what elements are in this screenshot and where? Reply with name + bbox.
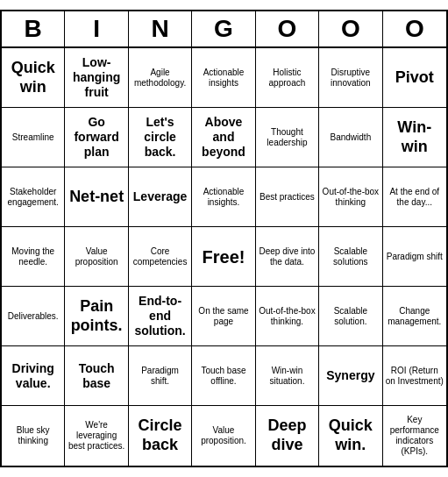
bingo-cell: Leverage — [129, 167, 192, 227]
bingo-cell: Disruptive innovation — [319, 48, 382, 108]
bingo-cell: Change management. — [383, 287, 446, 346]
bingo-cell: Value proposition. — [192, 406, 255, 466]
header-letter: G — [192, 11, 255, 46]
bingo-cell: Go forward plan — [65, 108, 128, 167]
bingo-cell: Moving the needle. — [2, 227, 65, 287]
bingo-cell: Stakeholder engagement. — [2, 167, 65, 227]
bingo-cell: Touch base offline. — [192, 346, 255, 406]
bingo-cell: Pain points. — [65, 287, 128, 346]
bingo-cell: Blue sky thinking — [2, 406, 65, 466]
bingo-cell: Synergy — [319, 346, 382, 406]
bingo-cell: Value proposition — [65, 227, 128, 287]
header-letter: O — [256, 11, 319, 46]
bingo-cell: Holistic approach — [256, 48, 319, 108]
bingo-cell: Touch base — [65, 346, 128, 406]
bingo-cell: We're leveraging best practices. — [65, 406, 128, 466]
bingo-cell: Actionable insights. — [192, 167, 255, 227]
bingo-cell: Agile methodology. — [129, 48, 192, 108]
bingo-cell: Above and beyond — [192, 108, 255, 167]
bingo-cell: Pivot — [383, 48, 446, 108]
bingo-grid: Quick winLow-hanging fruitAgile methodol… — [2, 48, 446, 466]
header-letter: I — [65, 11, 128, 46]
bingo-cell: Driving value. — [2, 346, 65, 406]
bingo-cell: Out-of-the-box thinking — [319, 167, 382, 227]
header-letter: O — [319, 11, 382, 46]
bingo-cell: On the same page — [192, 287, 255, 346]
bingo-cell: Low-hanging fruit — [65, 48, 128, 108]
bingo-cell: Quick win. — [319, 406, 382, 466]
bingo-cell: Bandwidth — [319, 108, 382, 167]
header-letter: O — [383, 11, 446, 46]
bingo-cell: Actionable insights — [192, 48, 255, 108]
bingo-cell: ROI (Return on Investment) — [383, 346, 446, 406]
bingo-cell: End-to-end solution. — [129, 287, 192, 346]
bingo-cell: At the end of the day... — [383, 167, 446, 227]
bingo-cell: Net-net — [65, 167, 128, 227]
header-letter: N — [129, 11, 192, 46]
bingo-cell: Win-win situation. — [256, 346, 319, 406]
bingo-cell: Best practices — [256, 167, 319, 227]
bingo-cell: Core competencies — [129, 227, 192, 287]
bingo-cell: Deliverables. — [2, 287, 65, 346]
bingo-cell: Quick win — [2, 48, 65, 108]
bingo-cell: Streamline — [2, 108, 65, 167]
bingo-cell: Deep dive into the data. — [256, 227, 319, 287]
bingo-cell: Deep dive — [256, 406, 319, 466]
bingo-cell: Thought leadership — [256, 108, 319, 167]
bingo-header: BINGOOO — [2, 11, 446, 48]
bingo-cell: Scalable solutions — [319, 227, 382, 287]
bingo-card: BINGOOO Quick winLow-hanging fruitAgile … — [0, 10, 448, 467]
bingo-cell: Out-of-the-box thinking. — [256, 287, 319, 346]
bingo-cell: Win-win — [383, 108, 446, 167]
bingo-cell: Key performance indicators (KPIs). — [383, 406, 446, 466]
header-letter: B — [2, 11, 65, 46]
bingo-cell: Free! — [192, 227, 255, 287]
bingo-cell: Let's circle back. — [129, 108, 192, 167]
bingo-cell: Paradigm shift — [383, 227, 446, 287]
bingo-cell: Paradigm shift. — [129, 346, 192, 406]
bingo-cell: Circle back — [129, 406, 192, 466]
bingo-cell: Scalable solution. — [319, 287, 382, 346]
